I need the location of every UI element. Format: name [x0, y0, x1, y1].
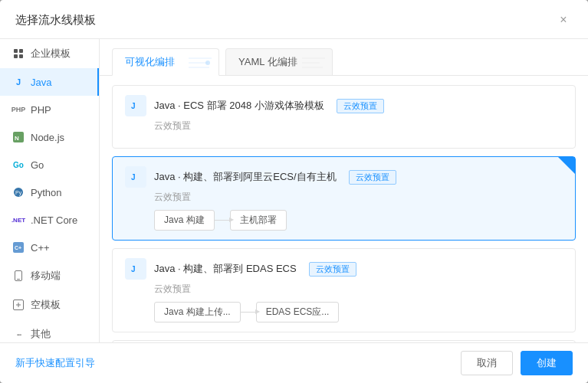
- template-card-1[interactable]: J Java · ECS 部署 2048 小游戏体验模板 云效预置 云效预置: [112, 85, 576, 149]
- sidebar-item-enterprise[interactable]: 企业模板: [0, 39, 99, 68]
- modal-body: 企业模板 J Java PHP PHP N Node.js Go: [0, 39, 588, 342]
- sidebar: 企业模板 J Java PHP PHP N Node.js Go: [0, 39, 100, 342]
- svg-rect-3: [19, 54, 23, 58]
- tab-yaml-decor: [298, 52, 329, 75]
- php-icon: PHP: [12, 103, 25, 116]
- java-icon-3: J: [125, 258, 146, 280]
- sidebar-item-others[interactable]: ··· 其他: [0, 319, 99, 342]
- sidebar-label-cpp: C++: [31, 242, 50, 254]
- sidebar-item-nodejs[interactable]: N Node.js: [0, 123, 99, 151]
- templates-list: J Java · ECS 部署 2048 小游戏体验模板 云效预置 云效预置 J…: [100, 76, 588, 342]
- step-btn-java-build[interactable]: Java 构建: [154, 210, 215, 231]
- java-icon: J: [12, 76, 25, 88]
- modal-title: 选择流水线模板: [15, 13, 96, 28]
- pipeline-steps-3: Java 构建上传... EDAS ECS应...: [154, 302, 563, 322]
- sidebar-label-enterprise: 企业模板: [31, 47, 71, 61]
- sidebar-label-php: PHP: [31, 104, 51, 116]
- svg-rect-1: [19, 49, 23, 53]
- sidebar-label-others: 其他: [31, 327, 51, 341]
- card-header-2: J Java · 构建、部署到阿里云ECS/自有主机 云效预置: [125, 166, 563, 188]
- svg-text:J: J: [131, 102, 136, 110]
- others-icon: ···: [12, 328, 25, 340]
- card-header-1: J Java · ECS 部署 2048 小游戏体验模板 云效预置: [125, 95, 563, 116]
- template-card-2[interactable]: J Java · 构建、部署到阿里云ECS/自有主机 云效预置 云效预置 Jav…: [112, 156, 576, 241]
- sidebar-label-dotnet: .NET Core: [31, 214, 77, 226]
- modal-footer: 新手快速配置引导 取消 创建: [0, 342, 588, 383]
- card-subtitle-2: 云效预置: [154, 191, 563, 204]
- card-header-3: J Java · 构建、部署到 EDAS ECS 云效预置: [125, 258, 563, 280]
- create-button[interactable]: 创建: [521, 351, 573, 375]
- sidebar-label-mobile: 移动端: [31, 269, 61, 283]
- sidebar-item-python[interactable]: Py Python: [0, 178, 99, 206]
- template-card-4[interactable]: J Java · 镜像构建，发布到EDAS Kubernetes 云效预置 云效…: [112, 340, 576, 342]
- pipeline-steps-2: Java 构建 主机部署: [154, 210, 563, 231]
- sidebar-item-mobile[interactable]: 移动端: [0, 261, 99, 290]
- sidebar-item-empty[interactable]: 空模板: [0, 290, 99, 319]
- sidebar-label-go: Go: [31, 159, 44, 171]
- step-btn-host-deploy[interactable]: 主机部署: [230, 210, 287, 231]
- sidebar-label-python: Python: [31, 187, 61, 198]
- card-title-2: Java · 构建、部署到阿里云ECS/自有主机: [154, 170, 337, 184]
- svg-rect-0: [14, 49, 18, 53]
- svg-text:C+: C+: [15, 245, 21, 250]
- sidebar-item-php[interactable]: PHP PHP: [0, 96, 99, 123]
- modal-header: 选择流水线模板 ×: [0, 0, 588, 39]
- sidebar-label-nodejs: Node.js: [31, 132, 64, 143]
- sidebar-item-dotnet[interactable]: .NET .NET Core: [0, 206, 99, 234]
- svg-text:J: J: [131, 173, 136, 182]
- cancel-button[interactable]: 取消: [461, 351, 513, 375]
- svg-rect-2: [14, 54, 18, 58]
- empty-icon: [12, 299, 25, 311]
- tab-yaml[interactable]: YAML 化编排: [225, 48, 333, 75]
- python-icon: Py: [12, 186, 25, 198]
- modal-container: 选择流水线模板 × 企业模板 J Java: [0, 0, 588, 383]
- main-content: 可视化编排 YAML 化编排: [100, 39, 588, 342]
- card-title-3: Java · 构建、部署到 EDAS ECS: [154, 262, 297, 276]
- sidebar-label-empty: 空模板: [31, 298, 61, 312]
- tab-visual-label: 可视化编排: [125, 55, 175, 69]
- step-btn-java-upload[interactable]: Java 构建上传...: [154, 302, 241, 322]
- go-icon: Go: [12, 159, 25, 171]
- cpp-icon: C+: [12, 241, 25, 254]
- sidebar-item-cpp[interactable]: C+ C++: [0, 234, 99, 261]
- tab-yaml-label: YAML 化编排: [238, 55, 297, 69]
- badge-2: 云效预置: [349, 170, 396, 185]
- close-button[interactable]: ×: [554, 11, 573, 29]
- step-arrow-2: [241, 312, 256, 313]
- svg-point-18: [205, 61, 210, 65]
- tabs-bar: 可视化编排 YAML 化编排: [100, 39, 588, 76]
- tab-visual[interactable]: 可视化编排: [112, 48, 219, 76]
- grid-icon: [12, 47, 25, 60]
- java-icon-1: J: [125, 95, 146, 116]
- java-icon-2: J: [125, 166, 146, 188]
- svg-rect-11: [17, 279, 20, 280]
- card-title-1: Java · ECS 部署 2048 小游戏体验模板: [154, 99, 324, 113]
- badge-3: 云效预置: [309, 262, 356, 277]
- dotnet-icon: .NET: [12, 214, 25, 226]
- sidebar-item-go[interactable]: Go Go: [0, 151, 99, 178]
- sidebar-item-java[interactable]: J Java: [0, 68, 99, 96]
- card-subtitle-1: 云效预置: [154, 119, 563, 133]
- svg-text:Py: Py: [15, 190, 22, 196]
- step-arrow-1: [215, 220, 230, 221]
- footer-buttons: 取消 创建: [461, 351, 573, 375]
- nodejs-icon: N: [12, 131, 25, 143]
- sidebar-label-java: Java: [31, 77, 51, 88]
- badge-1: 云效预置: [337, 99, 384, 113]
- step-btn-edas-ecs[interactable]: EDAS ECS应...: [256, 302, 340, 322]
- tab-visual-decor: [185, 52, 215, 75]
- card-subtitle-3: 云效预置: [154, 283, 563, 296]
- template-card-3[interactable]: J Java · 构建、部署到 EDAS ECS 云效预置 云效预置 Java …: [112, 248, 576, 332]
- guide-link[interactable]: 新手快速配置引导: [15, 356, 95, 370]
- mobile-icon: [12, 270, 25, 282]
- svg-text:J: J: [131, 265, 136, 273]
- svg-text:N: N: [15, 135, 19, 142]
